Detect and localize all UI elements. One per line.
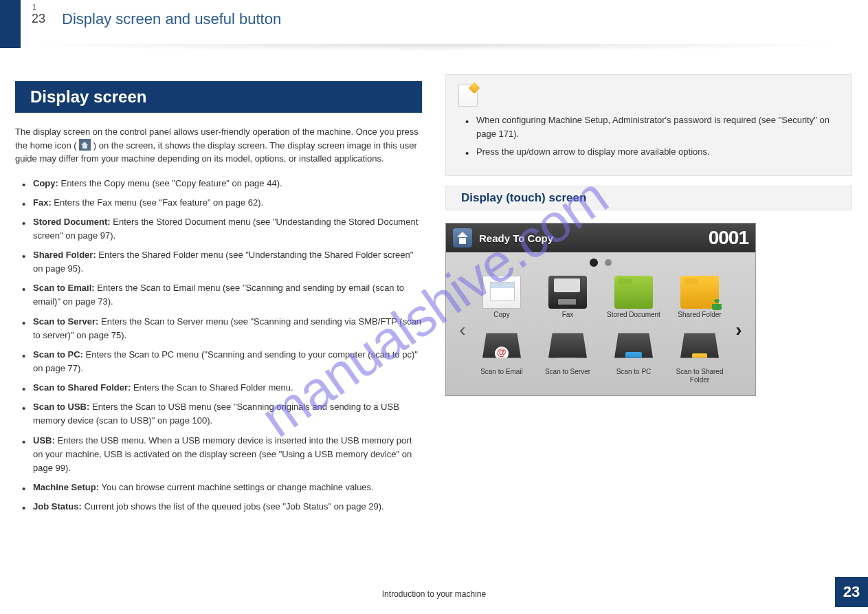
panel-section-heading: Display (touch) screen: [445, 186, 852, 210]
list-item-text: Current job shows the list of the queued…: [82, 501, 384, 512]
app-label: Scan to PC: [616, 368, 652, 384]
folder-green-icon: [614, 276, 653, 309]
list-item: Scan to PC: Enters the Scan to PC menu (…: [15, 348, 422, 375]
app-scan-to-email[interactable]: Scan to Email: [469, 331, 534, 386]
note-icon: [458, 85, 478, 107]
page-number-badge: 23: [835, 577, 868, 607]
list-item-text: Enters the Copy menu (see "Copy feature"…: [58, 178, 282, 188]
app-copy[interactable]: Copy: [469, 274, 534, 329]
app-label: Shared Folder: [678, 311, 721, 327]
note-box: When configuring Machine Setup, Administ…: [445, 74, 852, 176]
note-text: Press the up/down arrow to display more …: [458, 145, 839, 159]
intro-paragraph: The display screen on the control panel …: [15, 125, 422, 166]
list-item-text: Enters the USB menu. When a USB memory d…: [33, 435, 412, 473]
app-shared-folder[interactable]: Shared Folder: [667, 274, 732, 329]
scan-shared-icon: [680, 333, 719, 366]
chapter-small-num: 1: [32, 3, 36, 11]
list-item-label: Scan to PC:: [33, 349, 83, 360]
next-arrow-button[interactable]: ›: [732, 316, 746, 344]
list-item-label: Copy:: [33, 178, 58, 188]
list-item-label: Scan to Shared Folder:: [33, 382, 131, 393]
printer-touch-panel: Ready To Copy 0001 ‹ Copy Fax Stored Do: [445, 223, 756, 396]
app-label: Fax: [562, 311, 574, 327]
app-scan-to-shared-folder[interactable]: Scan to Shared Folder: [667, 331, 732, 386]
list-item: Scan to USB: Enters the Scan to USB menu…: [15, 400, 422, 428]
panel-home-button[interactable]: [453, 228, 472, 248]
list-item-label: Scan to Email:: [33, 283, 95, 293]
list-item-label: Fax:: [33, 197, 52, 208]
page-dot-active: [590, 259, 598, 267]
prev-arrow-button[interactable]: ‹: [456, 316, 469, 344]
app-scan-to-pc[interactable]: Scan to PC: [601, 331, 666, 386]
list-item-text: Enters the Fax menu (see "Fax feature" o…: [52, 197, 263, 208]
app-label: Copy: [493, 311, 509, 327]
list-item-text: You can browse current machine settings …: [99, 482, 374, 492]
list-item-label: Machine Setup:: [33, 482, 99, 492]
panel-status-text: Ready To Copy: [479, 232, 709, 244]
list-item-label: Stored Document:: [33, 217, 111, 227]
header-title: Display screen and useful button: [62, 10, 281, 28]
header-divider: [14, 44, 854, 51]
list-item-text: Enters the Scan to PC menu ("Scanning an…: [33, 349, 418, 373]
list-item-label: Scan to Server:: [33, 316, 98, 327]
page-dot: [605, 259, 612, 266]
list-item: Machine Setup: You can browse current ma…: [15, 481, 422, 494]
blue-tab: [0, 0, 21, 48]
home-icon: [79, 139, 91, 151]
copy-icon: [482, 276, 521, 309]
app-fax[interactable]: Fax: [535, 274, 600, 329]
list-item: Scan to Email: Enters the Scan to Email …: [15, 281, 422, 309]
list-item: Copy: Enters the Copy menu (see "Copy fe…: [15, 177, 422, 190]
list-item-label: Job Status:: [33, 501, 82, 512]
panel-topbar: Ready To Copy 0001: [446, 223, 755, 252]
app-stored-document[interactable]: Stored Document: [601, 274, 666, 329]
app-label: Scan to Email: [480, 368, 523, 384]
footer-text: Introduction to your machine: [382, 589, 486, 599]
list-item: Scan to Server: Enters the Scan to Serve…: [15, 315, 422, 342]
scan-email-icon: [482, 333, 521, 366]
app-label: Scan to Shared Folder: [669, 368, 731, 384]
fax-icon: [548, 276, 587, 309]
list-item-label: Shared Folder:: [33, 250, 96, 260]
section-heading: Display screen: [15, 81, 422, 113]
list-item: Scan to Shared Folder: Enters the Scan t…: [15, 381, 422, 395]
app-label: Scan to Server: [545, 368, 590, 384]
list-item: USB: Enters the USB menu. When a USB mem…: [15, 434, 422, 475]
list-item: Job Status: Current job shows the list o…: [15, 500, 422, 514]
scan-server-icon: [548, 333, 587, 366]
note-text: When configuring Machine Setup, Administ…: [458, 113, 839, 141]
panel-copy-count: 0001: [709, 227, 748, 249]
page-indicator: [446, 252, 755, 270]
list-item: Fax: Enters the Fax menu (see "Fax featu…: [15, 196, 422, 210]
app-label: Stored Document: [607, 311, 660, 327]
list-item-label: USB:: [33, 435, 55, 446]
feature-list: Copy: Enters the Copy menu (see "Copy fe…: [15, 177, 422, 514]
app-scan-to-server[interactable]: Scan to Server: [535, 331, 600, 386]
folder-shared-icon: [680, 276, 719, 309]
list-item: Stored Document: Enters the Stored Docum…: [15, 215, 422, 243]
list-item-label: Scan to USB:: [33, 402, 89, 412]
list-item-text: Enters the Scan to Shared Folder menu.: [131, 382, 293, 393]
scan-pc-icon: [614, 333, 653, 366]
chapter-big-num: 23: [32, 12, 45, 26]
app-grid: Copy Fax Stored Document Shared Folder S…: [469, 274, 732, 386]
list-item: Shared Folder: Enters the Shared Folder …: [15, 248, 422, 276]
